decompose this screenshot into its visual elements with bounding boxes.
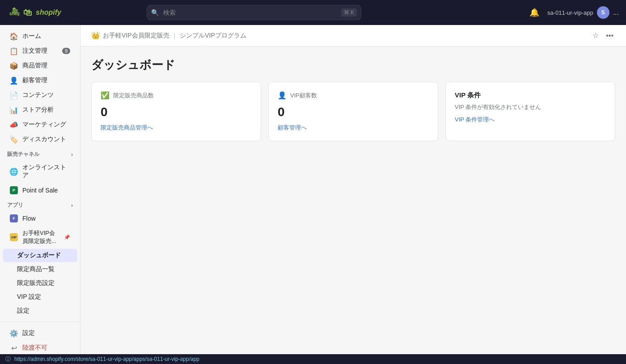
sidebar-item-label: Point of Sale	[22, 187, 70, 194]
svg-text:shopify: shopify	[9, 11, 20, 16]
card-value: 0	[278, 105, 429, 119]
user-store-label: sa-011-ur-vip-app	[547, 9, 593, 16]
sidebar-item-label: 注文管理	[22, 47, 58, 55]
sidebar-item-marketing[interactable]: 📣 マーケティング	[3, 117, 77, 132]
breadcrumb-page: シンプルVIPプログラム	[180, 32, 246, 40]
sidebar-item-label: Flow	[22, 215, 70, 222]
shopify-logo: shopify 🛍 shopify	[7, 6, 61, 19]
breadcrumb-bar: 👑 お手軽VIP会員限定販売 | シンプルVIPプログラム ☆ •••	[80, 25, 626, 46]
card-limited-products: ✅ 限定販売商品数 0 限定販売商品管理へ	[91, 82, 261, 141]
sidebar-item-label: ストア分析	[22, 106, 70, 114]
card-desc: VIP 条件が有効化されていません	[455, 103, 606, 111]
sidebar-nav: 🏠 ホーム 📋 注文管理 9 📦 商品管理 👤 顧客管理 📄 コンテンツ	[0, 25, 80, 322]
sidebar-item-label: 顧客管理	[22, 76, 70, 84]
sidebar-item-settings[interactable]: ⚙️ 設定	[3, 326, 77, 340]
notification-button[interactable]: 🔔	[527, 5, 542, 20]
marketing-icon: 📣	[10, 121, 18, 129]
home-icon: 🏠	[10, 32, 18, 40]
sidebar-sub-item-dashboard[interactable]: ダッシュボード	[3, 249, 77, 262]
sidebar-item-discounts[interactable]: 🏷️ ディスカウント	[3, 132, 77, 146]
sidebar-sub-item-limited-products[interactable]: 限定商品一覧	[3, 263, 77, 276]
pos-icon: P	[10, 186, 18, 194]
orders-icon: 📋	[10, 47, 18, 55]
sidebar-item-vip-app[interactable]: VIP お手軽VIP会員限定販売... 📌	[3, 226, 77, 248]
breadcrumb-app-icon: 👑	[91, 31, 100, 40]
sidebar-item-leave[interactable]: ↩ 陸渡不可	[3, 341, 77, 354]
sidebar-item-label: ホーム	[22, 32, 70, 40]
sales-channels-section: 販売チャネル ›	[0, 147, 80, 160]
search-input[interactable]	[147, 5, 361, 20]
card-header-label: 限定販売商品数	[113, 92, 154, 100]
breadcrumb-star-button[interactable]: ☆	[591, 29, 601, 42]
logo-text: shopify	[36, 8, 61, 17]
card-header-icon: ✅	[101, 91, 110, 100]
sidebar-item-label: お手軽VIP会員限定販売...	[22, 229, 59, 245]
user-menu-button[interactable]: ...	[613, 8, 619, 17]
content-icon: 📄	[10, 91, 18, 99]
sidebar-item-label: 陸渡不可	[22, 344, 70, 352]
customers-icon: 👤	[10, 76, 18, 84]
card-header-label: VIP顧客数	[290, 92, 317, 100]
status-url: https://admin.shopify.com/store/sa-011-u…	[14, 356, 199, 362]
card-header: ✅ 限定販売商品数	[101, 91, 252, 100]
sidebar-item-orders[interactable]: 📋 注文管理 9	[3, 44, 77, 58]
main-layout: 🏠 ホーム 📋 注文管理 9 📦 商品管理 👤 顧客管理 📄 コンテンツ	[0, 25, 626, 354]
topbar-right: 🔔 sa-011-ur-vip-app S ...	[527, 5, 619, 20]
settings-icon: ⚙️	[10, 329, 18, 337]
sidebar-item-customers[interactable]: 👤 顧客管理	[3, 73, 77, 88]
search-shortcut: ⌘ K	[341, 8, 357, 17]
pin-icon: 📌	[64, 234, 70, 240]
status-bar: ⓘ https://admin.shopify.com/store/sa-011…	[0, 354, 626, 364]
card-vip-conditions: VIP 条件 VIP 条件が有効化されていません VIP 条件管理へ	[445, 82, 615, 141]
flow-icon: F	[10, 214, 18, 222]
sidebar-item-online-store[interactable]: 🌐 オンラインストア	[3, 160, 77, 183]
expand-icon: ›	[71, 151, 73, 158]
card-header-icon: 👤	[278, 91, 287, 100]
orders-badge: 9	[62, 48, 70, 54]
breadcrumb-actions: ☆ •••	[591, 29, 615, 42]
card-value: 0	[101, 105, 252, 119]
breadcrumb-sep: |	[174, 32, 176, 39]
sidebar-item-content[interactable]: 📄 コンテンツ	[3, 88, 77, 102]
sidebar: 🏠 ホーム 📋 注文管理 9 📦 商品管理 👤 顧客管理 📄 コンテンツ	[0, 25, 80, 354]
online-store-icon: 🌐	[10, 167, 18, 176]
leave-icon: ↩	[10, 344, 18, 352]
sidebar-item-label: ディスカウント	[22, 135, 70, 143]
user-avatar[interactable]: S	[597, 6, 609, 19]
breadcrumb: 👑 お手軽VIP会員限定販売 | シンプルVIPプログラム	[91, 31, 246, 40]
sidebar-item-home[interactable]: 🏠 ホーム	[3, 29, 77, 43]
sidebar-item-label: コンテンツ	[22, 91, 70, 99]
card-link[interactable]: 限定販売商品管理へ	[101, 124, 153, 131]
breadcrumb-app-name: お手軽VIP会員限定販売	[103, 32, 169, 40]
discounts-icon: 🏷️	[10, 135, 18, 143]
sidebar-item-flow[interactable]: F Flow	[3, 211, 77, 226]
topbar: shopify 🛍 shopify 🔍 ⌘ K 🔔 sa-011-ur-vip-…	[0, 0, 626, 25]
sidebar-item-pos[interactable]: P Point of Sale	[3, 183, 77, 197]
breadcrumb-more-button[interactable]: •••	[604, 30, 615, 42]
sidebar-footer: ⚙️ 設定 ↩ 陸渡不可	[0, 322, 80, 354]
page-title: ダッシュボード	[91, 57, 615, 73]
search-bar: 🔍 ⌘ K	[147, 5, 361, 20]
sidebar-item-analytics[interactable]: 📊 ストア分析	[3, 103, 77, 117]
status-icon: ⓘ	[5, 356, 11, 363]
sidebar-item-label: マーケティング	[22, 121, 70, 129]
main-content: 👑 お手軽VIP会員限定販売 | シンプルVIPプログラム ☆ ••• ダッシュ…	[80, 25, 626, 354]
card-header: 👤 VIP顧客数	[278, 91, 429, 100]
sidebar-sub-item-vip-settings[interactable]: VIP 設定	[3, 290, 77, 304]
sidebar-item-label: 商品管理	[22, 62, 70, 70]
cards-grid: ✅ 限定販売商品数 0 限定販売商品管理へ 👤 VIP顧客数 0 顧客管理へ	[91, 82, 615, 141]
analytics-icon: 📊	[10, 106, 18, 114]
sidebar-item-products[interactable]: 📦 商品管理	[3, 59, 77, 73]
card-vip-customers: 👤 VIP顧客数 0 顧客管理へ	[268, 82, 438, 141]
search-icon: 🔍	[151, 9, 159, 16]
card-link[interactable]: 顧客管理へ	[278, 124, 307, 131]
sidebar-item-label: オンラインストア	[22, 163, 70, 180]
content-area: ダッシュボード ✅ 限定販売商品数 0 限定販売商品管理へ 👤 VIP顧客数	[80, 46, 626, 152]
card-link[interactable]: VIP 条件管理へ	[455, 116, 495, 123]
sidebar-sub-item-limited-sales[interactable]: 限定販売設定	[3, 276, 77, 290]
card-title: VIP 条件	[455, 91, 606, 100]
apps-section: アプリ ›	[0, 198, 80, 211]
sidebar-item-label: 設定	[22, 329, 70, 337]
expand-apps-icon: ›	[71, 202, 73, 209]
sidebar-sub-item-settings[interactable]: 設定	[3, 304, 77, 318]
